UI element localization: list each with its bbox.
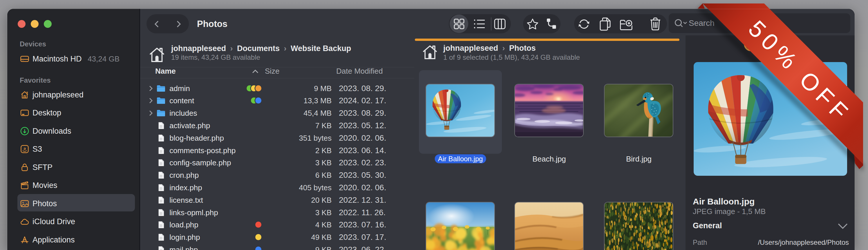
- svg-text:a: a: [24, 146, 26, 151]
